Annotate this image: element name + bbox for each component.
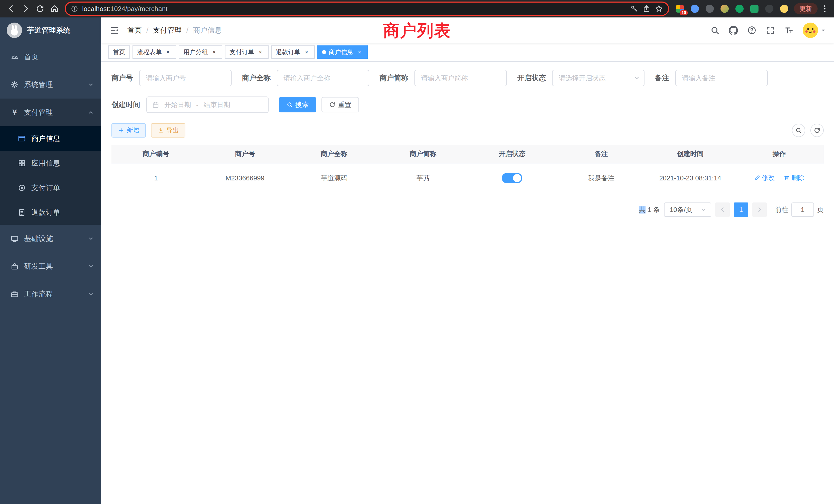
sidebar-item-workflow[interactable]: 工作流程 [0,280,101,308]
chevron-down-icon [88,291,94,297]
search-icon[interactable] [710,26,720,35]
app-title: 芋道管理系统 [27,25,70,35]
fullscreen-icon[interactable] [766,26,775,35]
avatar [803,23,818,38]
extension-icon-5[interactable] [734,3,745,14]
record-circle-icon [18,184,26,192]
browser-menu-icon[interactable] [820,4,830,13]
search-button[interactable]: 搜索 [279,97,316,112]
next-page-button[interactable] [752,203,767,217]
close-icon[interactable] [303,48,310,56]
export-button[interactable]: 导出 [151,123,185,138]
extension-icon-6[interactable] [749,3,760,14]
help-icon[interactable] [747,26,756,35]
toggle-search-button[interactable] [792,124,805,137]
status-toggle[interactable] [502,173,522,183]
merchant-short-name-input[interactable] [414,70,507,86]
status-select[interactable]: 请选择开启状态 [552,70,644,86]
col-actions: 操作 [734,145,824,163]
add-button[interactable]: 新增 [111,123,146,138]
forward-icon[interactable] [19,2,33,16]
table-header-row: 商户编号 商户号 商户全称 商户简称 开启状态 备注 创建时间 操作 [111,145,824,163]
document-icon [18,208,26,216]
cell-full-name: 芋道源码 [290,163,379,193]
chevron-down-icon [701,207,707,213]
remark-input[interactable] [675,70,768,86]
date-separator: - [196,101,198,109]
sidebar-item-label: 系统管理 [24,80,53,90]
merchant-name-label: 商户全称 [242,73,271,83]
col-full-name: 商户全称 [290,145,379,163]
caret-down-icon [821,28,826,33]
site-info-icon[interactable] [71,5,78,12]
trash-icon [784,175,790,181]
extension-icon-8[interactable] [778,3,790,14]
yen-icon: ¥ [10,108,19,116]
prev-page-button[interactable] [716,203,730,217]
sidebar-item-label: 首页 [24,52,39,62]
browser-update-button[interactable]: 更新 [794,3,817,14]
sidebar-fold-icon[interactable] [109,25,120,36]
reload-icon[interactable] [33,2,47,16]
sidebar-item-dev-tools[interactable]: 研发工具 [0,253,101,280]
back-icon[interactable] [4,2,19,16]
sidebar-item-merchant-info[interactable]: 商户信息 [0,126,101,151]
page-number-1[interactable]: 1 [734,203,748,217]
tab-home[interactable]: 首页 [108,45,130,59]
cell-short-name: 芋艿 [378,163,467,193]
close-icon[interactable] [164,48,172,56]
breadcrumb-payment[interactable]: 支付管理 [153,25,182,35]
share-icon[interactable] [642,5,651,13]
monitor-icon [10,234,19,243]
cell-merchant-no: M233666999 [200,163,290,193]
address-bar[interactable]: localhost:1024/pay/merchant [65,2,669,16]
close-icon[interactable] [356,48,363,56]
extension-icon-4[interactable] [719,3,730,14]
sidebar-item-payment-mgmt[interactable]: ¥ 支付管理 [0,98,101,126]
toolbox-icon [10,262,19,271]
tab-refund-order[interactable]: 退款订单 [271,45,315,59]
extension-icon-1[interactable]: 10 [674,3,686,14]
home-icon[interactable] [47,2,62,16]
breadcrumb-home[interactable]: 首页 [127,25,142,35]
refresh-table-button[interactable] [810,124,824,137]
col-short-name: 商户简称 [378,145,467,163]
close-icon[interactable] [211,48,218,56]
sidebar-item-infrastructure[interactable]: 基础设施 [0,225,101,253]
col-status: 开启状态 [467,145,557,163]
merchant-name-input[interactable] [277,70,369,86]
delete-button[interactable]: 删除 [784,174,804,182]
goto-page-input[interactable] [791,203,814,217]
extension-icon-7[interactable] [764,3,775,14]
create-time-range-picker[interactable]: 开始日期 - 结束日期 [146,96,269,113]
merchant-id-input[interactable] [139,70,232,86]
sidebar-item-pay-order[interactable]: 支付订单 [0,176,101,200]
extension-icon-3[interactable] [704,3,716,14]
extension-badge: 10 [680,10,688,16]
sidebar-item-home[interactable]: 首页 [0,43,101,71]
refresh-icon [814,127,820,134]
tab-merchant-info[interactable]: 商户信息 [317,45,368,59]
tab-pay-order[interactable]: 支付订单 [225,45,269,59]
cell-create-time: 2021-10-23 08:31:14 [646,163,735,193]
close-icon[interactable] [257,48,264,56]
tab-user-group[interactable]: 用户分组 [179,45,222,59]
font-size-icon[interactable] [784,26,793,35]
edit-button[interactable]: 修改 [754,174,775,182]
page-size-select[interactable]: 10条/页 [664,203,711,217]
bookmark-star-icon[interactable] [655,5,663,13]
sidebar-item-system-mgmt[interactable]: 系统管理 [0,71,101,98]
sidebar-item-label: 支付订单 [31,183,60,193]
sidebar-item-refund-order[interactable]: 退款订单 [0,200,101,225]
cell-merchant-id: 1 [111,163,200,193]
tab-process-form[interactable]: 流程表单 [132,45,176,59]
extension-icon-2[interactable] [689,3,701,14]
reset-button[interactable]: 重置 [322,97,359,112]
col-create-time: 创建时间 [646,145,735,163]
user-menu[interactable] [803,23,826,38]
search-icon [287,101,293,108]
sidebar-item-app-info[interactable]: 应用信息 [0,151,101,176]
github-icon[interactable] [729,26,738,35]
extensions-area: 10 [672,3,792,14]
password-key-icon[interactable] [630,5,638,13]
